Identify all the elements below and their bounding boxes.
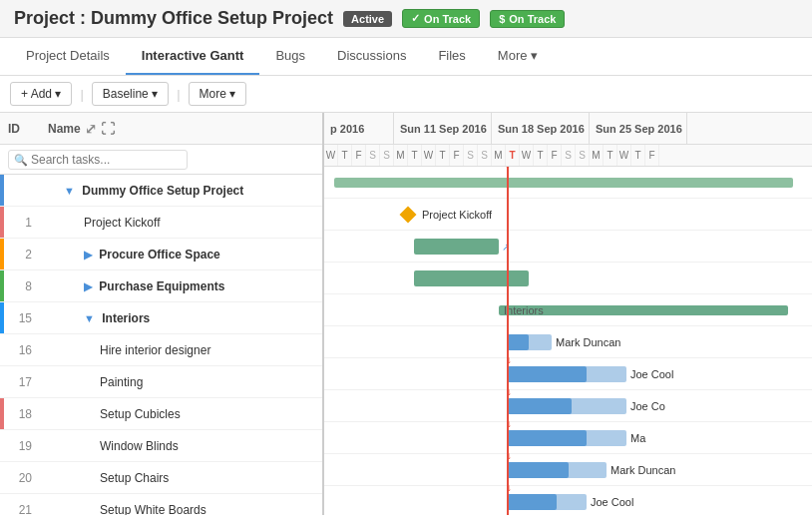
more-button[interactable]: More ▾ — [189, 82, 247, 106]
task-name: ▶ Procure Office Space — [40, 248, 322, 262]
day-s3: S — [464, 145, 478, 166]
gantt-row-2: ↗ — [324, 231, 812, 263]
page-header: Project : Dummy Office Setup Project Act… — [0, 0, 812, 38]
day-w2: W — [520, 145, 534, 166]
task-panel: ID Name ⤢ ⛶ 🔍 ▼ Dummy Office Setup Pro — [0, 113, 324, 515]
check-icon: ✓ — [411, 12, 420, 25]
expand-icon[interactable]: ⛶ — [101, 121, 115, 137]
gantt-label-7: Joe Co — [630, 400, 665, 412]
day-f: F — [352, 145, 366, 166]
day-t4: T — [534, 145, 548, 166]
ontrack-schedule-badge: ✓ On Track — [402, 9, 480, 28]
day-s4: S — [478, 145, 492, 166]
tab-files[interactable]: Files — [422, 38, 481, 75]
task-id: 8 — [0, 279, 40, 293]
collapse-right-icon[interactable]: ▶ — [84, 280, 92, 292]
gantt-bar-10 — [507, 494, 557, 510]
day-f3: F — [645, 145, 659, 166]
task-row: 19 Window Blinds — [0, 430, 322, 462]
day-t5: T — [604, 145, 617, 166]
gantt-bar-6 — [507, 366, 587, 382]
add-button[interactable]: + Add ▾ — [10, 82, 72, 106]
task-column-headers: ID Name ⤢ ⛶ — [0, 113, 322, 145]
dollar-icon: $ — [499, 13, 505, 25]
day-t3-today: T — [506, 145, 520, 166]
collapse-right-icon[interactable]: ▶ — [84, 249, 92, 261]
row-bar — [0, 239, 4, 269]
day-f1: F — [450, 145, 464, 166]
gantt-week-25sep: Sun 25 Sep 2016 — [590, 113, 687, 144]
collapse-icon[interactable]: ⤢ — [85, 121, 97, 137]
nav-tabs: Project Details Interactive Gantt Bugs D… — [0, 38, 812, 76]
toolbar: + Add ▾ | Baseline ▾ | More ▾ — [0, 76, 812, 113]
task-name: Setup Chairs — [40, 471, 322, 485]
task-name: Window Blinds — [40, 439, 322, 453]
active-badge: Active — [343, 11, 392, 27]
task-id: 15 — [0, 311, 40, 325]
gantt-bar-9 — [507, 462, 569, 478]
task-row: 16 Hire interior designer — [0, 334, 322, 366]
tab-bugs[interactable]: Bugs — [259, 38, 321, 75]
task-id: 21 — [0, 503, 40, 516]
gantt-body: Project Kickoff ↗ Interiors Mark D — [324, 167, 812, 515]
row-bar — [0, 175, 4, 206]
day-t: T — [338, 145, 352, 166]
gantt-row-10: Joe Cool — [324, 486, 812, 515]
task-id: 19 — [0, 439, 40, 453]
gantt-row-5: Mark Duncan ↓ — [324, 326, 812, 358]
gantt-week-11sep: Sun 11 Sep 2016 — [394, 113, 492, 144]
task-id: 2 — [0, 248, 40, 262]
gantt-milestone — [400, 206, 417, 223]
gantt-row-8: Ma ↓ — [324, 422, 812, 454]
gantt-bar-2 — [414, 239, 499, 255]
day-w3: W — [617, 145, 631, 166]
search-input[interactable] — [8, 150, 188, 170]
gantt-week-prev: p 2016 — [324, 113, 394, 144]
task-name: Setup White Boards — [40, 503, 322, 516]
gantt-row-6: Joe Cool ↓ — [324, 358, 812, 390]
gantt-label-1: Project Kickoff — [422, 209, 492, 221]
gantt-label-10: Joe Cool — [591, 496, 633, 508]
collapse-down-icon[interactable]: ▼ — [64, 185, 75, 197]
task-id: 20 — [0, 471, 40, 485]
task-name: ▶ Purchase Equipments — [40, 279, 322, 293]
search-icon: 🔍 — [14, 153, 28, 166]
task-search-row: 🔍 — [0, 145, 322, 175]
gantt-panel: p 2016 Sun 11 Sep 2016 Sun 18 Sep 2016 S… — [324, 113, 812, 515]
gantt-row-4: Interiors — [324, 294, 812, 326]
ontrack-budget-badge: $ On Track — [490, 10, 565, 28]
tab-discussions[interactable]: Discussions — [321, 38, 422, 75]
tab-project-details[interactable]: Project Details — [10, 38, 126, 75]
task-row: 2 ▶ Procure Office Space — [0, 239, 322, 270]
day-w: W — [324, 145, 338, 166]
day-m3: M — [590, 145, 604, 166]
id-column-header: ID — [8, 122, 48, 136]
row-bar — [0, 302, 4, 333]
task-id: 1 — [0, 216, 40, 230]
day-s5: S — [562, 145, 576, 166]
gantt-row-7: Joe Co ↓ — [324, 390, 812, 422]
baseline-button[interactable]: Baseline ▾ — [92, 82, 169, 106]
task-name: Setup Cubicles — [40, 407, 322, 421]
gantt-row-1: Project Kickoff — [324, 199, 812, 231]
tab-interactive-gantt[interactable]: Interactive Gantt — [126, 38, 260, 75]
day-t6: T — [631, 145, 645, 166]
collapse-down-icon[interactable]: ▼ — [84, 312, 95, 324]
task-id: 18 — [0, 407, 40, 421]
gantt-label-5: Mark Duncan — [556, 336, 620, 348]
today-line — [507, 167, 509, 515]
separator-2: | — [177, 87, 180, 102]
task-row: 17 Painting — [0, 366, 322, 398]
row-bar — [0, 398, 4, 429]
gantt-bar-5 — [507, 334, 529, 350]
gantt-week-18sep: Sun 18 Sep 2016 — [492, 113, 590, 144]
task-row: 20 Setup Chairs — [0, 462, 322, 494]
task-row: 15 ▼ Interiors — [0, 302, 322, 334]
gantt-label-9: Mark Duncan — [610, 464, 675, 476]
gantt-bar-3 — [414, 270, 529, 286]
tab-more[interactable]: More ▾ — [482, 38, 554, 75]
task-rows: ▼ Dummy Office Setup Project 1 Project K… — [0, 175, 322, 515]
day-t1: T — [408, 145, 422, 166]
day-m2: M — [492, 145, 506, 166]
separator-1: | — [80, 87, 83, 102]
